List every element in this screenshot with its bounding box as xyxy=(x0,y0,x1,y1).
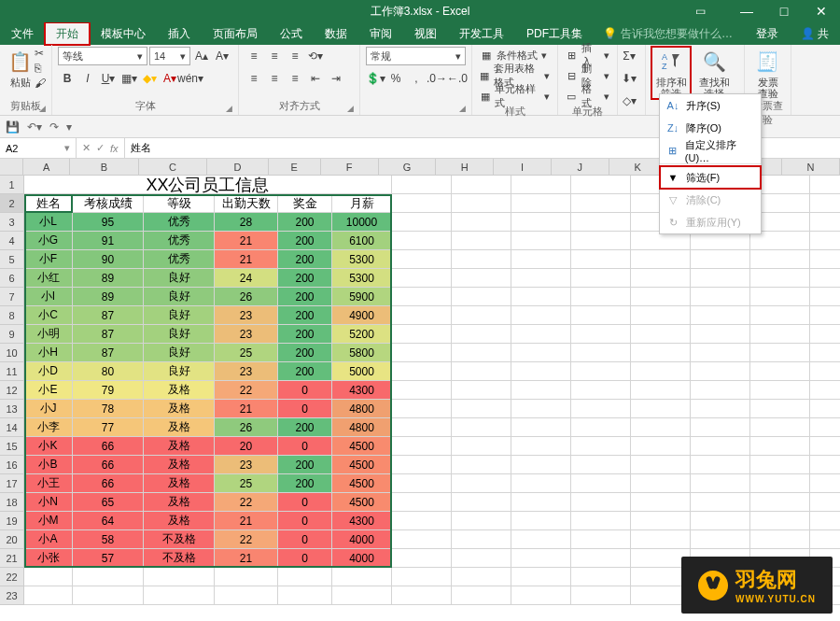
cell[interactable]: 90 xyxy=(73,250,144,269)
cell[interactable] xyxy=(73,568,144,586)
align-middle-icon[interactable]: ≡ xyxy=(265,47,284,65)
cell[interactable]: 25 xyxy=(215,474,278,493)
sort-desc-item[interactable]: Z↓降序(O) xyxy=(660,117,761,139)
cell[interactable] xyxy=(392,232,452,250)
cell[interactable]: 21 xyxy=(215,512,278,530)
cell[interactable] xyxy=(511,437,571,456)
cell[interactable] xyxy=(750,493,810,512)
cell[interactable]: 0 xyxy=(278,381,332,400)
cell[interactable] xyxy=(750,362,810,381)
cell[interactable]: 26 xyxy=(215,288,278,306)
cell[interactable]: 4800 xyxy=(332,418,392,437)
cell-styles-button[interactable]: ▦单元格样式▾ xyxy=(478,88,552,105)
cell[interactable]: 64 xyxy=(73,512,144,530)
cell[interactable]: 0 xyxy=(278,549,332,568)
cell[interactable] xyxy=(511,530,571,549)
row-header-17[interactable]: 17 xyxy=(0,474,24,493)
cell[interactable]: 66 xyxy=(73,437,144,456)
cell[interactable] xyxy=(810,288,840,306)
cell[interactable] xyxy=(452,176,511,194)
cell[interactable] xyxy=(511,250,571,269)
cell[interactable]: 91 xyxy=(73,232,144,250)
row-header-12[interactable]: 12 xyxy=(0,381,24,400)
cell[interactable]: 5800 xyxy=(332,344,392,362)
cell[interactable]: 小A xyxy=(24,530,73,549)
cell[interactable]: 21 xyxy=(215,400,278,418)
minimize-button[interactable]: — xyxy=(728,0,765,22)
cell[interactable] xyxy=(691,362,750,381)
cell[interactable]: 23 xyxy=(215,362,278,381)
col-header-F[interactable]: F xyxy=(321,159,379,176)
cell[interactable]: 200 xyxy=(278,344,332,362)
cell[interactable] xyxy=(511,232,571,250)
comma-icon[interactable]: , xyxy=(407,69,426,88)
cell[interactable] xyxy=(144,586,215,605)
indent-dec-icon[interactable]: ⇤ xyxy=(306,69,325,88)
row-header-6[interactable]: 6 xyxy=(0,269,24,288)
cell[interactable]: 0 xyxy=(278,400,332,418)
col-header-H[interactable]: H xyxy=(436,159,494,176)
cell[interactable] xyxy=(571,586,631,605)
cell[interactable]: 小M xyxy=(24,512,73,530)
font-size-combo[interactable]: 14▾ xyxy=(149,47,190,65)
cell[interactable] xyxy=(452,269,511,288)
cell[interactable] xyxy=(810,512,840,530)
cell[interactable] xyxy=(750,512,810,530)
cell[interactable] xyxy=(452,194,511,213)
cell[interactable] xyxy=(631,512,691,530)
tab-插入[interactable]: 插入 xyxy=(157,22,202,45)
cell[interactable] xyxy=(511,586,571,605)
cell[interactable]: 小E xyxy=(24,381,73,400)
cell[interactable] xyxy=(392,176,452,194)
cell[interactable] xyxy=(511,418,571,437)
cell[interactable] xyxy=(392,344,452,362)
cell[interactable]: 200 xyxy=(278,250,332,269)
cell[interactable]: 及格 xyxy=(144,512,215,530)
cell[interactable] xyxy=(392,493,452,512)
tab-模板中心[interactable]: 模板中心 xyxy=(90,22,157,45)
find-select-button[interactable]: 🔍 查找和选择 xyxy=(694,47,734,99)
cell[interactable] xyxy=(452,344,511,362)
cell[interactable] xyxy=(452,474,511,493)
cell[interactable] xyxy=(571,213,631,232)
cell[interactable]: 4500 xyxy=(332,493,392,512)
cell[interactable] xyxy=(750,456,810,474)
cell[interactable]: 等级 xyxy=(144,194,215,213)
cell[interactable]: 小张 xyxy=(24,549,73,568)
cell[interactable]: 4900 xyxy=(332,306,392,325)
cell[interactable]: 小G xyxy=(24,232,73,250)
cell[interactable]: 22 xyxy=(215,493,278,512)
cell[interactable]: 66 xyxy=(73,474,144,493)
cell[interactable]: 22 xyxy=(215,381,278,400)
cell[interactable]: 0 xyxy=(278,530,332,549)
cell[interactable] xyxy=(810,306,840,325)
cell[interactable]: 87 xyxy=(73,306,144,325)
cell[interactable] xyxy=(511,213,571,232)
col-header-G[interactable]: G xyxy=(379,159,437,176)
cell[interactable]: 21 xyxy=(215,250,278,269)
cell[interactable] xyxy=(750,250,810,269)
sort-asc-item[interactable]: A↓升序(S) xyxy=(660,94,761,117)
filter-item[interactable]: ▼筛选(F) xyxy=(660,166,761,189)
cell[interactable] xyxy=(511,176,571,194)
cell[interactable] xyxy=(392,381,452,400)
cell[interactable]: 200 xyxy=(278,418,332,437)
cell[interactable] xyxy=(810,493,840,512)
cell[interactable]: 5000 xyxy=(332,362,392,381)
cell[interactable] xyxy=(392,250,452,269)
col-header-E[interactable]: E xyxy=(269,159,321,176)
col-header-A[interactable]: A xyxy=(23,159,70,176)
cell[interactable]: 4000 xyxy=(332,530,392,549)
align-center-icon[interactable]: ≡ xyxy=(265,69,284,88)
row-header-1[interactable]: 1 xyxy=(0,176,24,194)
cell[interactable]: 26 xyxy=(215,418,278,437)
cell[interactable] xyxy=(810,474,840,493)
cell[interactable]: 小K xyxy=(24,437,73,456)
cell[interactable] xyxy=(631,362,691,381)
cell[interactable] xyxy=(750,474,810,493)
cell[interactable]: 小C xyxy=(24,306,73,325)
cell[interactable]: 小L xyxy=(24,213,73,232)
select-all-corner[interactable] xyxy=(0,159,23,176)
number-format-combo[interactable]: 常规▾ xyxy=(366,47,466,65)
col-header-C[interactable]: C xyxy=(139,159,207,176)
